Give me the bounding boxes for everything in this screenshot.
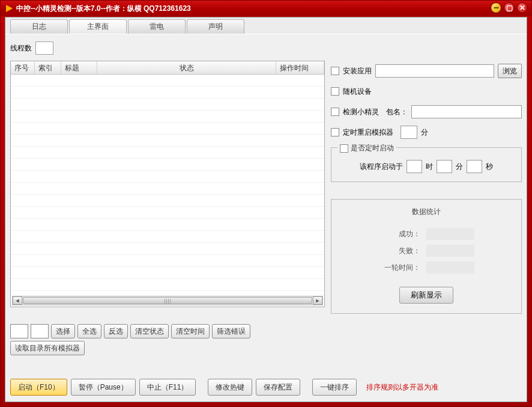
start-second-input[interactable] [467,160,482,173]
fail-value [426,245,474,257]
range-to-input[interactable] [31,324,49,338]
timed-restart-label: 定时重启模拟器 [343,127,393,138]
stats-title: 数据统计 [337,207,515,217]
client-area: 日志 主界面 雷电 声明 线程数 序号 索引 标题 状态 [5,17,527,402]
col-seq[interactable]: 序号 [11,61,35,74]
window-title: 中控--小精灵检测--版本7.0--作者：纵横 QQ712361623 [16,4,191,14]
svg-marker-0 [6,5,13,12]
scroll-left-icon[interactable]: ◄ [13,296,22,305]
second-unit-label: 秒 [486,162,493,172]
detect-sprite-label: 检测小精灵 [343,107,379,117]
timed-restart-checkbox[interactable] [331,128,339,136]
save-config-button[interactable]: 保存配置 [256,379,300,396]
close-button[interactable]: ✕ [517,2,528,13]
bottom-toolbar: 启动（F10） 暂停（Pause） 中止（F11） 修改热键 保存配置 一键排序… [10,376,522,398]
timed-start-legend: 是否定时启动 [351,143,394,153]
minute-unit-label: 分 [421,127,428,138]
thread-count-input[interactable] [35,41,53,55]
install-app-checkbox[interactable] [331,67,339,75]
scroll-right-icon[interactable]: ► [313,296,322,305]
fail-label: 失败： [378,246,420,256]
install-app-path-input[interactable] [375,64,494,78]
hour-unit-label: 时 [426,162,433,172]
pkg-name-input[interactable] [411,105,522,118]
round-time-value [426,262,474,274]
start-button[interactable]: 启动（F10） [10,379,67,396]
modify-hotkey-button[interactable]: 修改热键 [208,379,252,396]
tab-leidian[interactable]: 雷电 [128,19,186,34]
start-hour-input[interactable] [407,160,422,173]
timed-start-checkbox[interactable] [340,144,348,153]
range-from-input[interactable] [10,324,28,338]
pkg-name-label: 包名： [386,107,408,117]
stop-button[interactable]: 中止（F11） [139,379,196,396]
col-title[interactable]: 标题 [61,61,97,74]
select-button[interactable]: 选择 [51,324,75,338]
program-start-at-label: 该程序启动于 [360,162,403,172]
timed-start-fieldset: 是否定时启动 该程序启动于 时 分 秒 [331,147,522,182]
emulator-grid[interactable]: 序号 索引 标题 状态 操作时间 ◄ ► [10,61,325,307]
thread-count-label: 线程数 [10,43,32,54]
grid-body[interactable] [11,75,324,296]
refresh-stats-button[interactable]: 刷新显示 [399,287,453,304]
maximize-button[interactable]: ▢ [504,2,515,13]
grid-header: 序号 索引 标题 状态 操作时间 [11,61,324,75]
select-all-button[interactable]: 全选 [77,324,101,338]
browse-button[interactable]: 浏览 [498,64,522,78]
right-pane: 安装应用 浏览 随机设备 检测小精灵 包名： [331,61,522,373]
stats-box: 数据统计 成功： 失败： 一轮时间： 刷新显示 [331,199,522,314]
tab-log[interactable]: 日志 [10,19,68,34]
success-value [426,228,474,240]
filter-error-button[interactable]: 筛选错误 [212,324,250,338]
tab-declare[interactable]: 声明 [187,19,244,34]
grid-hscrollbar[interactable]: ◄ ► [12,296,323,305]
clear-status-button[interactable]: 清空状态 [130,324,169,338]
success-label: 成功： [378,229,420,239]
col-idx[interactable]: 索引 [35,61,61,74]
tab-strip: 日志 主界面 雷电 声明 [5,17,527,34]
clear-time-button[interactable]: 清空时间 [171,324,210,338]
minute-unit-label-2: 分 [456,162,463,172]
pause-button[interactable]: 暂停（Pause） [71,379,136,396]
install-app-label: 安装应用 [343,66,372,76]
start-minute-input[interactable] [437,160,452,173]
random-device-checkbox[interactable] [331,87,339,96]
scroll-thumb[interactable] [23,297,312,304]
one-click-sort-button[interactable]: 一键排序 [312,379,357,396]
left-pane: 序号 索引 标题 状态 操作时间 ◄ ► [10,61,325,373]
restart-interval-input[interactable] [401,126,417,139]
tab-content: 线程数 序号 索引 标题 状态 操作时间 [10,39,522,372]
invert-select-button[interactable]: 反选 [104,324,128,338]
random-device-label: 随机设备 [343,87,372,97]
left-button-row: 选择 全选 反选 清空状态 清空时间 筛选错误 读取目录所有模拟器 [10,324,325,355]
app-icon [4,4,14,13]
read-all-emulators-button[interactable]: 读取目录所有模拟器 [10,341,85,355]
detect-sprite-checkbox[interactable] [331,108,339,116]
thread-count-row: 线程数 [10,39,522,57]
titlebar[interactable]: 中控--小精灵检测--版本7.0--作者：纵横 QQ712361623 ━ ▢ … [1,1,531,16]
round-time-label: 一轮时间： [378,263,420,273]
sort-rule-note: 排序规则以多开器为准 [366,382,438,393]
col-status[interactable]: 状态 [97,61,276,74]
app-window: 中控--小精灵检测--版本7.0--作者：纵横 QQ712361623 ━ ▢ … [0,0,532,407]
minimize-button[interactable]: ━ [491,2,501,13]
tab-main[interactable]: 主界面 [69,19,127,34]
col-time[interactable]: 操作时间 [276,61,324,74]
